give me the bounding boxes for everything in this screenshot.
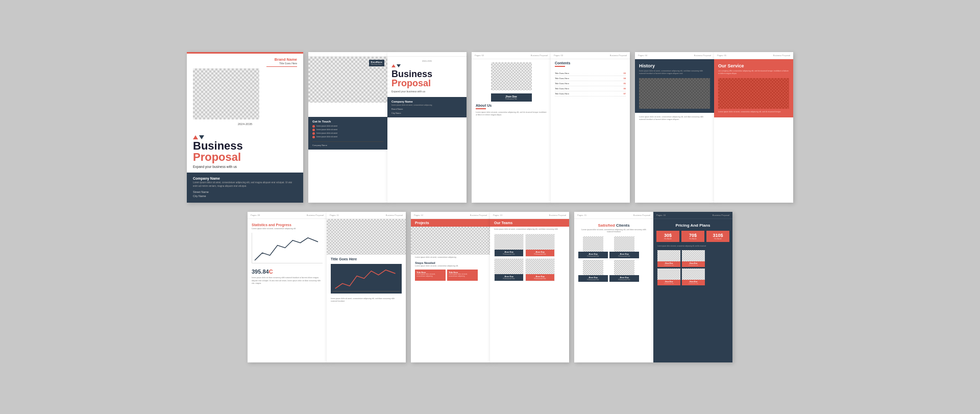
s1-contact-dark: Get In Touch lorem ipsum dolor sit amet … <box>308 117 387 150</box>
contents-num-4: 06 <box>624 87 626 90</box>
price-card-1: 30$ Per Month <box>656 231 679 242</box>
team-role-3: Professional Title <box>496 278 522 280</box>
contents-item-4: Title Goes Here 06 <box>555 86 626 91</box>
projects-checker <box>411 227 490 255</box>
spread1-left: BrandName Title Goes Here Get In Touch l… <box>308 52 387 203</box>
s1-get-in-touch: Get In Touch <box>312 120 383 123</box>
gallery: Brand Name Title Goes Here 2024-2035 Bus… <box>15 52 965 362</box>
s2-red-bar <box>476 108 486 109</box>
step-box-1: Title Here Lorem ipsum dolor sit amet, c… <box>415 270 446 281</box>
page-header-s2r: Pages: 03 Business Proposal <box>551 52 630 59</box>
cover-triangles <box>193 135 297 139</box>
s1-checker-img: BrandName Title Goes Here <box>308 57 387 103</box>
price-card-3: 310$ Per Month <box>706 231 729 242</box>
s1-heading2: Proposal <box>391 79 462 88</box>
pricing-client-checker-4 <box>682 269 705 280</box>
page-title-teams: Business Proposal <box>549 214 566 216</box>
s1-tri-down2 <box>397 64 401 67</box>
client-card-2: Jhon Doe Professional Title <box>609 236 639 258</box>
s2-contents-title: Contents <box>551 59 630 66</box>
cover-lorem: Lorem ipsum dolor sit amet, consectetuer… <box>193 181 297 188</box>
price-label-1: Per Month <box>658 238 677 240</box>
s3-history-bg: History lorem ipsum dolor sit amet, cons… <box>635 59 714 113</box>
contents-item-3: Title Goes Here 05 <box>555 81 626 86</box>
s2-john-box: Jhon Doe Professional Title <box>491 93 532 102</box>
spread3-left: Pages: 04 Business Proposal History lore… <box>635 52 714 203</box>
team-name-box-2: Jhon Doe Professional Title <box>526 250 554 256</box>
s3-history-body: Lorem ipsum dolor sit amet, consectetuer… <box>639 116 710 121</box>
client-checker-4 <box>614 260 634 275</box>
clients-satisfied-text: Satisfied <box>598 223 615 228</box>
contact-item-2: lorem ipsum dolor sit amet <box>312 129 383 131</box>
pricing-page: Pages: 16 Business Proposal Pricing And … <box>653 212 732 362</box>
cover-company: Company Name <box>193 177 297 180</box>
page-header-s2l: Pages: 02 Business Proposal <box>472 52 551 59</box>
team-role-2: Professional Title <box>527 253 553 255</box>
triangle-down-icon <box>199 135 204 139</box>
s1-company-name: Company Name <box>391 100 462 103</box>
cover-top-bar <box>187 52 303 54</box>
pricing-cards: 30$ Per Month 70$ Per Month 310$ Per Mon… <box>653 229 732 244</box>
cover-street: Street Name <box>193 190 209 193</box>
contact-text-3: lorem ipsum dolor sit amet <box>316 132 337 134</box>
step-lorem-1: Lorem ipsum dolor sit amet, consectetuer… <box>416 274 444 278</box>
pricing-client-checker-3 <box>657 269 680 280</box>
contents-label-2: Title Goes Here <box>555 77 569 80</box>
s1-contact-items: lorem ipsum dolor sit amet lorem ipsum d… <box>312 125 383 138</box>
contact-icon-3 <box>312 132 315 135</box>
cover-title-area: Business Proposal Expand your business w… <box>187 133 303 173</box>
s3-service-lorem2: Lorem ipsum dolor sit amet, consectetur … <box>718 111 789 113</box>
cover-red-line <box>266 66 297 67</box>
page-title-pricing: Business Proposal <box>713 214 729 216</box>
team-name-box-4: Jhon Doe Professional Title <box>526 274 554 281</box>
team-card-4: Jhon Doe Professional Title <box>525 258 555 281</box>
s1-logo-area <box>387 62 467 69</box>
cover-heading-2: Proposal <box>193 152 297 163</box>
s2-about-title: About Us <box>472 102 551 108</box>
projects-title: Projects <box>415 221 429 225</box>
contents-item-5: Title Goes Here 07 <box>555 91 626 96</box>
projects-page: Pages: 12 Business Proposal Projects Lor… <box>411 212 490 362</box>
projects-lorem: Lorem ipsum dolor sit amet, consectetuer… <box>411 255 490 260</box>
page-header-title: Pages: 11 Business Proposal <box>327 212 406 219</box>
price-amount-2: 70$ <box>683 233 702 238</box>
s1-brand-text: BrandName <box>371 61 382 63</box>
team-checker-3 <box>495 259 523 274</box>
page-title-projects: Business Proposal <box>470 214 487 216</box>
title-checker-img <box>327 219 406 255</box>
clients-grid: Jhon Doe Professional Title Jhon Doe Pro… <box>574 233 653 285</box>
spread-clients-pricing: Pages: 15 Business Proposal Satisfied Cl… <box>574 212 732 362</box>
triangle-up-icon <box>193 135 198 139</box>
contents-num-3: 05 <box>624 82 626 85</box>
team-name-box-1: Jhon Doe Professional Title <box>495 250 523 256</box>
pricing-client-checker-1 <box>657 250 680 261</box>
cover-brand-name: Brand Name <box>275 57 297 62</box>
s3-history-title: History <box>639 63 710 68</box>
s3-history-checker <box>639 78 710 109</box>
team-checker-4 <box>526 259 554 274</box>
title-chart-area <box>333 266 400 291</box>
stats-number: 395.84C <box>248 266 327 277</box>
page-num-s3r: Pages: 05 <box>717 54 726 57</box>
spread-1: BrandName Title Goes Here Get In Touch l… <box>308 52 467 203</box>
pricing-client-name-box-1: Jhon Doe Professional Title <box>657 261 680 267</box>
pricing-client-grid: Jhon Doe Professional Title Jhon Doe Pro… <box>653 248 732 287</box>
pricing-lorem: Lorem ipsum dolor sit amet, consectetur … <box>653 244 732 248</box>
spread2-left: Pages: 02 Business Proposal Jhon Doe Pro… <box>472 52 551 203</box>
page-num-teams: Pages: 13 <box>493 214 502 216</box>
contents-label-5: Title Goes Here <box>555 92 569 95</box>
teams-page: Pages: 13 Business Proposal Our Teams lo… <box>490 212 569 362</box>
page-header-projects: Pages: 12 Business Proposal <box>411 212 490 219</box>
cover-brand: Brand Name Title Goes Here <box>275 57 297 65</box>
page-header-s3l: Pages: 04 Business Proposal <box>635 52 714 59</box>
client-role-1: Professional Title <box>579 255 607 257</box>
pricing-client-card-3: Jhon Doe Professional Title <box>657 269 680 285</box>
team-checker-2 <box>526 234 554 250</box>
page-num-stats: Pages: 09 <box>251 214 260 216</box>
stats-chart <box>252 233 323 263</box>
cover-tagline: Expand your business with us <box>193 165 297 168</box>
price-label-3: Per Month <box>708 238 727 240</box>
page-title-clients: Business Proposal <box>633 214 650 216</box>
stats-num-value: 395.84 <box>252 269 269 275</box>
page-header-s1l <box>308 52 387 57</box>
